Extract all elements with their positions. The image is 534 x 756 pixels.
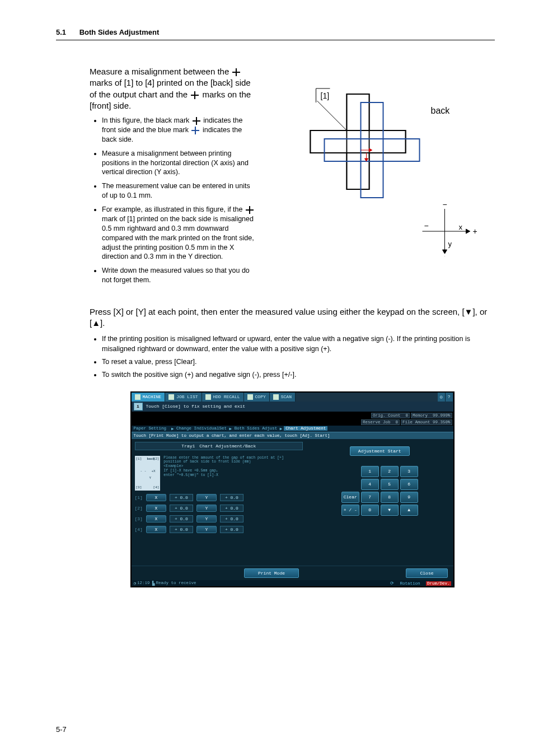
tray-label: Tray1	[181, 444, 195, 449]
power-icon[interactable]: ◎	[438, 393, 446, 402]
y-button[interactable]: Y	[196, 515, 217, 522]
breadcrumb-current: Chart Adjustment	[284, 426, 327, 431]
tab-joblist[interactable]: JOB LIST	[165, 393, 202, 402]
key-0[interactable]: 0	[361, 505, 379, 516]
list-item: Write down the measured values so that y…	[102, 266, 255, 285]
memory: Memory 99.999%	[411, 413, 452, 418]
value-row-1: [1] X + 0.0 Y + 0.0	[135, 494, 303, 501]
list-item: In this figure, the black mark indicates…	[102, 116, 255, 144]
help-icon[interactable]: ?	[446, 393, 453, 402]
list-item: To switch the positive sign (+) and nega…	[102, 370, 495, 380]
value-row-4: [4] X + 0.0 Y + 0.0	[135, 526, 303, 533]
time-text: 12:19	[137, 581, 150, 586]
print-mode-button[interactable]: Print Mode	[244, 568, 299, 578]
scan-icon	[273, 394, 279, 400]
layout-thumbnail: [1] [2] [3] [4] back - - +X Y	[135, 456, 161, 491]
y-button[interactable]: Y	[196, 505, 217, 512]
section-number: 5.1	[56, 28, 66, 36]
guide-text: Please enter the amount of the gap of ea…	[163, 456, 303, 491]
list-item: If the printing position is misaligned l…	[102, 334, 495, 355]
key-7[interactable]: 7	[361, 492, 379, 503]
x-value[interactable]: + 0.0	[170, 526, 193, 533]
x-button[interactable]: X	[146, 515, 166, 522]
y-value[interactable]: + 0.0	[220, 526, 243, 533]
y-value[interactable]: + 0.0	[220, 515, 243, 522]
sub-instruction: Touch [Print Mode] to output a chart, an…	[132, 432, 453, 440]
keypad: 1 2 3 4 5 6 Clear 7 8 9 + / - 0 ▼	[310, 466, 449, 516]
tab-copy[interactable]: COPY	[244, 393, 270, 402]
section-header: 5.1 Both Sides Adjustment	[56, 28, 495, 40]
press-instruction: Press [X] or [Y] at each point, then ent…	[90, 306, 495, 329]
value-row-2: [2] X + 0.0 Y + 0.0	[135, 505, 303, 512]
y-button[interactable]: Y	[196, 526, 217, 533]
svg-text:y: y	[448, 240, 452, 248]
svg-rect-4	[347, 94, 369, 130]
value-row-3: [3] X + 0.0 Y + 0.0	[135, 515, 303, 522]
svg-marker-20	[443, 250, 447, 254]
ui-screenshot: MACHINE JOB LIST HDD RECALL COPY SCAN ◎ …	[130, 391, 455, 587]
x-value[interactable]: + 0.0	[170, 515, 193, 522]
bullet-list-1: In this figure, the black mark indicates…	[90, 116, 255, 285]
list-item: To reset a value, press [Clear].	[102, 357, 495, 367]
x-value[interactable]: + 0.0	[170, 505, 193, 512]
tab-hdd[interactable]: HDD RECALL	[202, 393, 244, 402]
rotation-indicator: ⟳ Rotation	[390, 581, 420, 586]
key-up[interactable]: ▲	[400, 505, 418, 516]
list-item: For example, as illustrated in this figu…	[102, 205, 255, 262]
plus-icon	[191, 127, 199, 134]
key-8[interactable]: 8	[381, 492, 399, 503]
key-9[interactable]: 9	[400, 492, 418, 503]
key-down[interactable]: ▼	[381, 505, 399, 516]
file-amount: File Amount 99.350%	[401, 419, 452, 425]
y-value[interactable]: + 0.0	[220, 505, 243, 512]
machine-icon	[135, 394, 140, 400]
hdd-icon	[205, 394, 211, 400]
x-value[interactable]: + 0.0	[170, 494, 193, 501]
key-5[interactable]: 5	[381, 479, 399, 490]
svg-text:+: +	[473, 227, 477, 236]
message-text: Touch [Close] to fix setting and exit	[146, 404, 246, 409]
back-label: back	[431, 106, 451, 115]
y-button[interactable]: Y	[196, 494, 217, 501]
svg-text:x: x	[459, 223, 463, 231]
x-button[interactable]: X	[146, 505, 166, 512]
orig-count: Orig. Count 0	[371, 413, 410, 418]
key-clear[interactable]: Clear	[341, 492, 359, 503]
drum-indicator: Drum/Dev.	[426, 581, 451, 586]
svg-rect-8	[348, 131, 369, 152]
corner-label: [1]	[321, 91, 330, 100]
key-3[interactable]: 3	[400, 466, 418, 477]
alignment-figure: [1] back x − + y −	[271, 66, 495, 256]
list-icon	[168, 394, 174, 400]
plus-icon	[191, 91, 199, 99]
status-text: Ready to receive	[156, 581, 196, 586]
copy-icon	[247, 394, 253, 400]
y-value[interactable]: + 0.0	[220, 494, 243, 501]
breadcrumb: Paper Setting ▶ Change IndividualSet ▶ B…	[132, 426, 453, 432]
tab-scan[interactable]: SCAN	[270, 393, 296, 402]
adjustment-start-button[interactable]: Adjustment Start	[350, 446, 410, 456]
key-1[interactable]: 1	[361, 466, 379, 477]
svg-text:−: −	[443, 200, 447, 209]
svg-text:−: −	[424, 221, 429, 230]
key-plusminus[interactable]: + / -	[341, 505, 359, 516]
x-button[interactable]: X	[146, 526, 166, 533]
close-button[interactable]: Close	[406, 568, 447, 578]
list-item: The measurement value can be entered in …	[102, 181, 255, 200]
svg-text:+: +	[443, 254, 447, 256]
plus-icon	[193, 117, 200, 125]
svg-line-13	[317, 101, 347, 130]
key-6[interactable]: 6	[400, 479, 418, 490]
svg-rect-3	[369, 130, 406, 153]
key-2[interactable]: 2	[381, 466, 399, 477]
tab-machine[interactable]: MACHINE	[132, 393, 166, 402]
list-item: Measure a misalignment between printing …	[102, 149, 255, 178]
x-button[interactable]: X	[146, 494, 166, 501]
key-4[interactable]: 4	[361, 479, 379, 490]
reserve-job: Reserve Job 0	[361, 419, 400, 425]
section-title: Both Sides Adjustment	[79, 28, 160, 36]
svg-rect-2	[311, 130, 347, 153]
chart-adj-label: Chart Adjustment/Back	[199, 444, 256, 449]
intro-text: Measure a misalignment between the marks…	[90, 66, 255, 111]
plus-icon	[246, 206, 254, 214]
